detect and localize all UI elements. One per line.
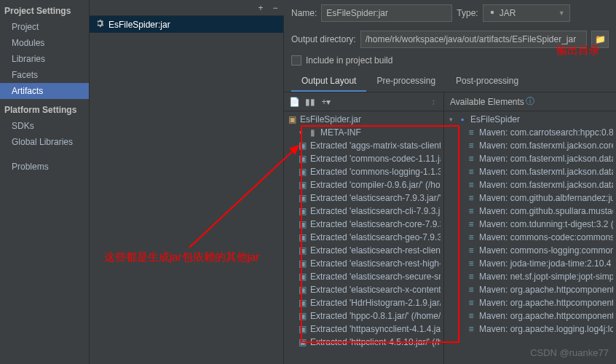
module-root[interactable]: ▾▪EsFileSpider	[444, 113, 616, 126]
settings-sidebar: Project Settings Project Modules Librari…	[0, 0, 90, 364]
maven-dep[interactable]: ≡Maven: org.apache.httpcomponent	[444, 309, 616, 323]
jar-type-icon	[488, 8, 497, 19]
maven-dep[interactable]: ≡Maven: commons-logging:common	[444, 244, 616, 257]
tabs: Output Layout Pre-processing Post-proces…	[284, 71, 616, 92]
maven-dep[interactable]: ≡Maven: org.apache.httpcomponent	[444, 283, 616, 296]
watermark: CSDN @ruanke77	[530, 347, 609, 358]
maven-dep[interactable]: ≡Maven: com.tdunning:t-digest:3.2 (/	[444, 218, 616, 231]
nav-modules[interactable]: Modules	[0, 35, 89, 51]
jar-icon: ▣	[287, 114, 297, 124]
tab-postprocessing[interactable]: Post-processing	[446, 71, 529, 92]
maven-dep[interactable]: ≡Maven: joda-time:joda-time:2.10.4	[444, 257, 616, 270]
tree-item-extracted[interactable]: ▣Extracted 'elasticsearch-cli-7.9.3.jar/…	[284, 205, 443, 218]
tab-output-layout[interactable]: Output Layout	[291, 71, 366, 92]
tree-item-extracted[interactable]: ▣Extracted 'elasticsearch-rest-high-leve…	[284, 257, 443, 270]
library-icon: ≡	[466, 193, 476, 203]
tree-root[interactable]: ▣EsFileSpider.jar	[284, 113, 443, 126]
add-artifact-button[interactable]: +	[255, 2, 266, 14]
tree-item-extracted[interactable]: ▣Extracted 'elasticsearch-geo-7.9.3.jar/…	[284, 231, 443, 244]
library-icon: ≡	[466, 298, 476, 308]
maven-dep[interactable]: ≡Maven: com.github.spullara.mustac	[444, 205, 616, 218]
library-icon: ≡	[466, 245, 476, 256]
tree-item-extracted[interactable]: ▣Extracted 'elasticsearch-secure-sm-7.9.…	[284, 270, 443, 283]
maven-dep[interactable]: ≡Maven: net.sf.jopt-simple:jopt-simp	[444, 270, 616, 283]
nav-project[interactable]: Project	[0, 19, 89, 35]
col-icon[interactable]: ▮▮	[304, 96, 316, 108]
section-project-settings: Project Settings	[0, 0, 89, 19]
maven-dep[interactable]: ≡Maven: com.github.albfernandez:ju	[444, 191, 616, 205]
nav-facets[interactable]: Facets	[0, 67, 89, 83]
tree-item-extracted[interactable]: ▣Extracted 'compiler-0.9.6.jar/' (/home/…	[284, 178, 443, 191]
tree-item-extracted[interactable]: ▣Extracted 'httpasyncclient-4.1.4.jar/' …	[284, 323, 443, 336]
tab-preprocessing[interactable]: Pre-processing	[366, 71, 446, 92]
library-icon: ≡	[466, 285, 476, 295]
tree-item-extracted[interactable]: ▣Extracted 'elasticsearch-x-content-7.9.…	[284, 283, 443, 296]
section-platform-settings: Platform Settings	[0, 99, 89, 118]
type-value: JAR	[499, 8, 516, 18]
maven-dep[interactable]: ≡Maven: commons-codec:commons	[444, 231, 616, 244]
outdir-input[interactable]	[360, 31, 587, 48]
output-tree[interactable]: ▣EsFileSpider.jar▾▮META-INF▣Extracted 'a…	[284, 111, 443, 364]
tree-item-extracted[interactable]: ▣Extracted 'elasticsearch-7.9.3.jar/' (/…	[284, 191, 443, 205]
tree-item-extracted[interactable]: ▣Extracted 'aggs-matrix-stats-client-7.9…	[284, 139, 443, 152]
archive-icon: ▣	[297, 141, 307, 151]
browse-folder-button[interactable]: 📁	[591, 31, 609, 48]
include-label: Include in project build	[306, 55, 392, 66]
tree-item-extracted[interactable]: ▣Extracted 'HdrHistogram-2.1.9.jar/' (/h…	[284, 296, 443, 309]
nav-artifacts[interactable]: Artifacts	[0, 83, 89, 99]
library-icon: ≡	[466, 206, 476, 216]
archive-icon: ▣	[297, 232, 307, 242]
artifact-detail: Name: Type: JAR ▼ Output directory: 📁 In…	[284, 0, 616, 364]
archive-icon: ▣	[297, 258, 307, 269]
nav-libraries[interactable]: Libraries	[0, 51, 89, 67]
library-icon: ≡	[466, 127, 476, 138]
archive-icon: ▣	[297, 272, 307, 282]
nav-problems[interactable]: Problems	[0, 159, 89, 175]
tree-folder[interactable]: ▾▮META-INF	[284, 126, 443, 139]
tree-item-extracted[interactable]: ▣Extracted 'httpclient-4.5.10.jar/' (/ho…	[284, 336, 443, 349]
tree-item-extracted[interactable]: ▣Extracted 'elasticsearch-core-7.9.3.jar…	[284, 218, 443, 231]
outdir-label: Output directory:	[291, 34, 356, 44]
artifact-toolbar: + −	[90, 0, 284, 16]
archive-icon: ▣	[297, 206, 307, 216]
library-icon: ≡	[466, 324, 476, 334]
maven-dep[interactable]: ≡Maven: org.apache.httpcomponent	[444, 296, 616, 309]
maven-dep[interactable]: ≡Maven: com.fasterxml.jackson.data	[444, 152, 616, 165]
maven-dep[interactable]: ≡Maven: com.fasterxml.jackson.data	[444, 165, 616, 178]
archive-icon: ▣	[297, 167, 307, 177]
layout-toolbar: 📄 ▮▮ +▾ ↕	[284, 92, 443, 111]
help-icon[interactable]: ⓘ	[526, 95, 534, 108]
new-folder-button[interactable]: 📄	[288, 96, 300, 108]
tree-item-extracted[interactable]: ▣Extracted 'commons-codec-1.11.jar/' (/	[284, 152, 443, 165]
type-label: Type:	[457, 8, 478, 18]
type-dropdown[interactable]: JAR ▼	[483, 4, 570, 22]
maven-dep[interactable]: ≡Maven: com.fasterxml.jackson.core	[444, 139, 616, 152]
archive-icon: ▣	[297, 245, 307, 256]
library-icon: ≡	[466, 311, 476, 321]
tree-item-extracted[interactable]: ▣Extracted 'elasticsearch-rest-client-7.…	[284, 244, 443, 257]
nav-global-libraries[interactable]: Global Libraries	[0, 134, 89, 150]
folder-icon: ▮	[307, 127, 317, 138]
artifact-item[interactable]: EsFileSpider:jar	[90, 16, 283, 33]
name-input[interactable]	[321, 4, 452, 22]
maven-dep[interactable]: ≡Maven: com.carrotsearch:hppc:0.8	[444, 126, 616, 139]
library-icon: ≡	[466, 180, 476, 190]
maven-dep[interactable]: ≡Maven: com.fasterxml.jackson.data	[444, 178, 616, 191]
remove-artifact-button[interactable]: −	[269, 2, 281, 14]
nav-sdks[interactable]: SDKs	[0, 118, 89, 134]
output-layout-panel: 📄 ▮▮ +▾ ↕ ▣EsFileSpider.jar▾▮META-INF▣Ex…	[284, 92, 444, 364]
available-tree[interactable]: ▾▪EsFileSpider≡Maven: com.carrotsearch:h…	[444, 111, 616, 364]
library-icon: ≡	[466, 232, 476, 242]
archive-icon: ▣	[297, 180, 307, 190]
library-icon: ≡	[466, 272, 476, 282]
tree-item-extracted[interactable]: ▣Extracted 'commons-logging-1.1.3.jar/' …	[284, 165, 443, 178]
archive-icon: ▣	[297, 154, 307, 164]
archive-icon: ▣	[297, 219, 307, 229]
archive-icon: ▣	[297, 298, 307, 308]
library-icon: ≡	[466, 219, 476, 229]
maven-dep[interactable]: ≡Maven: org.apache.logging.log4j:lo	[444, 323, 616, 336]
add-copy-button[interactable]: +▾	[320, 96, 332, 108]
include-checkbox[interactable]	[291, 55, 301, 66]
tree-item-extracted[interactable]: ▣Extracted 'hppc-0.8.1.jar/' (/home/rk/.…	[284, 309, 443, 323]
expand-all-button[interactable]: ↕	[427, 96, 439, 108]
